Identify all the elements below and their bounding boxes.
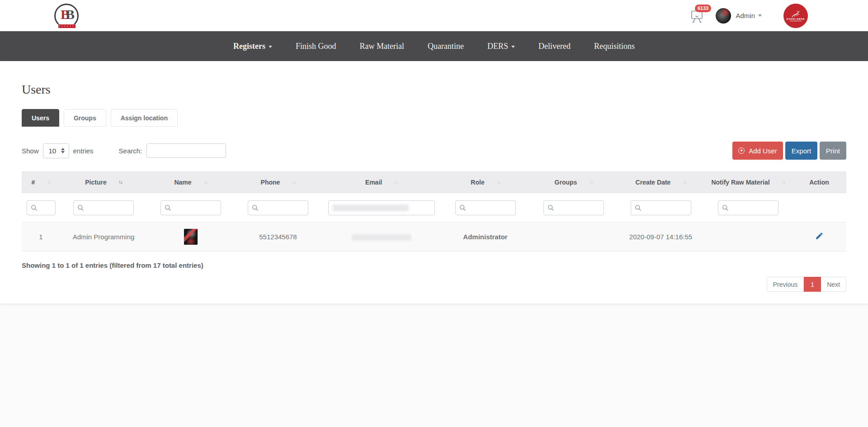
user-avatar <box>716 8 731 24</box>
nav-item-delivered[interactable]: Delivered <box>538 42 571 51</box>
search-icon <box>635 204 642 211</box>
cell-groups <box>530 223 617 251</box>
column-header-role[interactable]: Role↑↓ <box>441 172 530 193</box>
redacted-email-filter-value <box>333 204 409 211</box>
sort-icon: ↑↓ <box>782 179 785 185</box>
select-spinner-icon <box>61 148 65 153</box>
search-icon <box>77 204 84 211</box>
nav-item-registers[interactable]: Registers <box>233 42 272 51</box>
column-header-picture[interactable]: Picture↑↓ <box>60 172 147 193</box>
cell-action <box>792 223 846 251</box>
column-header-phone[interactable]: Phone↑↓ <box>234 172 322 193</box>
sort-icon: ↑↓ <box>394 179 397 185</box>
tab-assign-location[interactable]: Assign location <box>111 109 178 127</box>
search-icon <box>252 204 259 211</box>
header-actions: 6133 Admin OVERLANDO <box>690 4 808 28</box>
column-filter-row <box>22 193 846 223</box>
print-button[interactable]: Print <box>820 142 846 160</box>
chevron-down-icon <box>758 14 762 17</box>
add-user-button[interactable]: + Add User <box>732 142 783 160</box>
brand-logo: OVERLANDO <box>783 4 808 28</box>
cell-phone: 5512345678 <box>234 223 322 251</box>
cell-name <box>147 223 234 251</box>
nav-item-quarantine[interactable]: Quarantine <box>428 42 464 51</box>
logo-letter-b2: B <box>66 8 72 21</box>
entries-length-value: 10 <box>49 147 57 155</box>
chevron-down-icon <box>269 46 272 48</box>
content-card: Users Users Groups Assign location Show … <box>0 61 868 304</box>
column-header-notify-raw-material[interactable]: Notify Raw Material↑↓ <box>704 172 792 193</box>
table-row: 1 Admin Programming 5512345678 Administr… <box>22 223 846 251</box>
search-label: Search: <box>119 147 142 155</box>
brand-logo-rule <box>790 21 802 21</box>
pagination: Previous 1 Next <box>767 277 846 292</box>
search-icon <box>722 204 729 211</box>
cell-picture: Admin Programming <box>60 223 147 251</box>
plus-circle-icon: + <box>738 147 745 154</box>
redacted-email-value <box>352 234 411 241</box>
company-logo[interactable]: B B <box>54 4 80 30</box>
tab-users[interactable]: Users <box>22 109 59 127</box>
cell-role: Administrator <box>441 223 530 251</box>
main-navigation: Registers Finish Good Raw Material Quara… <box>0 31 868 61</box>
action-buttons: + Add User Export Print <box>732 142 846 160</box>
deer-icon <box>790 10 801 18</box>
edit-user-button[interactable] <box>816 232 823 240</box>
user-name: Admin <box>736 12 755 19</box>
search-icon <box>165 204 171 211</box>
export-button[interactable]: Export <box>785 142 817 160</box>
tab-bar: Users Groups Assign location <box>22 109 846 127</box>
top-header: B B 6133 Admin OVERLANDO <box>0 0 868 31</box>
chevron-down-icon <box>511 46 515 48</box>
tab-groups[interactable]: Groups <box>64 109 106 127</box>
nav-item-requisitions[interactable]: Requisitions <box>594 42 635 51</box>
nav-item-raw-material[interactable]: Raw Material <box>360 42 404 51</box>
sort-icon: ↑↓ <box>496 179 500 185</box>
entries-length-select[interactable]: 10 <box>43 143 69 158</box>
sort-icon: ↑↓ <box>682 179 686 185</box>
notifications-button[interactable]: 6133 <box>690 10 704 25</box>
column-header-num[interactable]: #↑↓ <box>22 172 60 193</box>
cell-email <box>322 223 441 251</box>
page-title: Users <box>22 82 846 97</box>
column-header-name[interactable]: Name↑↓ <box>147 172 234 193</box>
pagination-container: Previous 1 Next <box>22 277 846 292</box>
users-table: #↑↓ Picture↑↓ Name↑↓ Phone↑↓ Email↑↓ Rol… <box>22 171 846 251</box>
search-icon <box>459 204 466 211</box>
pagination-next-button[interactable]: Next <box>821 277 846 292</box>
search-input[interactable] <box>146 143 226 158</box>
table-summary: Showing 1 to 1 of 1 entries (filtered fr… <box>22 261 846 269</box>
length-and-search: Show 10 entries Search: <box>22 143 226 158</box>
search-icon <box>547 204 554 211</box>
cell-num: 1 <box>22 223 60 251</box>
entries-label: entries <box>73 147 94 155</box>
sort-icon: ↑↓ <box>292 179 295 185</box>
sort-icon: ↑↓ <box>47 179 50 185</box>
sort-icon-active: ↑↓ <box>118 179 122 185</box>
table-header-row: #↑↓ Picture↑↓ Name↑↓ Phone↑↓ Email↑↓ Rol… <box>22 172 846 193</box>
column-header-action: Action <box>792 172 846 193</box>
logo-red-band <box>58 24 75 28</box>
pagination-previous-button[interactable]: Previous <box>767 277 804 292</box>
column-header-create-date[interactable]: Create Date↑↓ <box>617 172 704 193</box>
global-search: Search: <box>119 143 226 158</box>
brand-logo-text: OVERLANDO <box>787 18 805 20</box>
table-controls: Show 10 entries Search: + Add User Expor… <box>22 142 846 160</box>
cell-create-date: 2020-09-07 14:16:55 <box>617 223 704 251</box>
column-header-groups[interactable]: Groups↑↓ <box>530 172 617 193</box>
search-icon <box>31 204 38 211</box>
sort-icon: ↑↓ <box>203 179 207 185</box>
pagination-page-1[interactable]: 1 <box>804 277 821 292</box>
cell-notify-raw-material <box>704 223 792 251</box>
user-menu[interactable]: Admin <box>716 8 762 24</box>
user-picture-thumbnail <box>184 229 198 245</box>
pencil-icon <box>816 232 823 240</box>
column-header-email[interactable]: Email↑↓ <box>322 172 441 193</box>
notification-badge: 6133 <box>695 5 711 12</box>
sort-icon: ↑↓ <box>589 179 592 185</box>
show-label: Show <box>22 147 39 155</box>
nav-item-ders[interactable]: DERS <box>487 42 515 51</box>
nav-item-finish-good[interactable]: Finish Good <box>296 42 336 51</box>
